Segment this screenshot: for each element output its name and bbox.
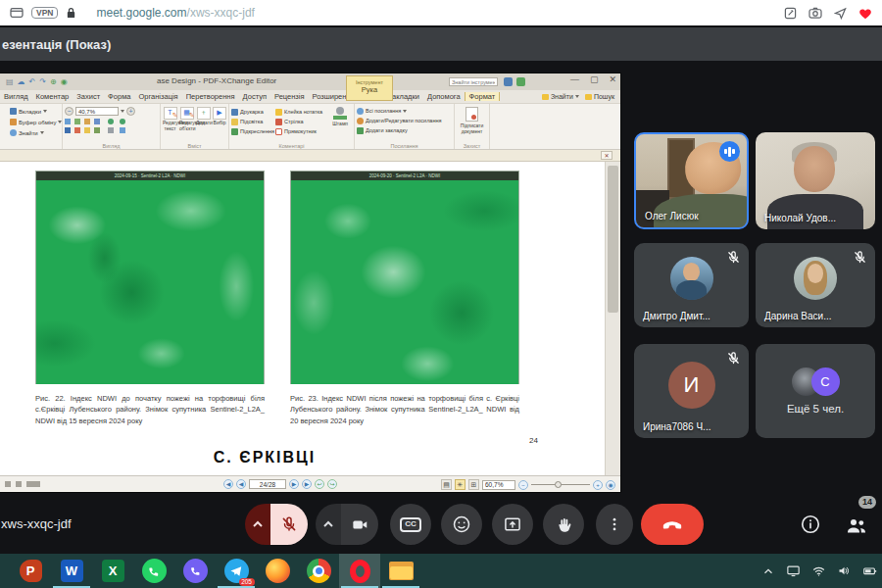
undo-icon[interactable]: ↶ — [29, 78, 36, 86]
menu-item[interactable]: Захист — [73, 92, 104, 101]
tabs-button[interactable]: Вкладки — [10, 106, 60, 117]
participants-button[interactable] — [845, 514, 868, 537]
select-button[interactable]: ▶Вибір — [213, 107, 226, 141]
menu-item[interactable]: Вигляд — [0, 92, 32, 101]
mic-options-chevron[interactable] — [245, 504, 270, 545]
menu-item[interactable]: Доступ — [239, 92, 270, 101]
page-number-input[interactable] — [249, 479, 286, 489]
taskbar-firefox[interactable] — [257, 554, 298, 588]
snapshot-tool-icon[interactable]: ⊞ — [468, 479, 479, 490]
maximize-button[interactable]: ▢ — [590, 74, 599, 84]
edit-text-button[interactable]: T✎Редагувати текст — [163, 107, 177, 141]
camera-button[interactable] — [341, 504, 378, 545]
zoom-slider-knob[interactable] — [555, 481, 562, 488]
add-bookmark-button[interactable]: Додати закладку — [357, 125, 452, 135]
participant-tile-oleg[interactable]: Олег Лисюк — [634, 132, 749, 229]
highlight-button[interactable]: Підсвітка — [231, 117, 272, 126]
stamp-button[interactable]: Штамп — [328, 107, 352, 141]
reactions-button[interactable] — [441, 504, 482, 545]
zoom-slider[interactable] — [531, 479, 590, 490]
participant-tile-dmytro[interactable]: Дмитро Дмит... — [634, 243, 749, 327]
taskbar-excel[interactable]: X — [92, 554, 133, 588]
menu-item[interactable]: Рецензія — [270, 92, 309, 101]
zoom-in-button[interactable]: + — [126, 107, 135, 116]
last-page-button[interactable]: ▶ — [302, 479, 312, 489]
sign-document-button[interactable]: Підписати документ — [457, 107, 487, 134]
tab-icon[interactable] — [10, 7, 24, 19]
find-menu-button[interactable]: Знайти — [542, 93, 579, 100]
scrollbar-thumb[interactable] — [608, 166, 618, 313]
close-button[interactable]: ✕ — [609, 74, 616, 84]
menu-item-format[interactable]: Формат — [465, 92, 501, 101]
present-screen-button[interactable] — [492, 504, 533, 545]
pdf-search-input[interactable] — [449, 77, 498, 86]
tray-volume-icon[interactable] — [837, 564, 852, 578]
tray-chevron-icon[interactable] — [761, 564, 775, 578]
taskbar-viber[interactable] — [174, 554, 216, 588]
view-tools-icons[interactable] — [65, 119, 149, 135]
edit-objects-button[interactable]: ▦✎Редагувати об'єкти — [179, 107, 194, 141]
underline-button[interactable]: Підкреслення — [231, 126, 272, 136]
typewriter-button[interactable]: Друкарка — [231, 107, 272, 117]
page-layout-icon[interactable]: ▤ — [441, 479, 452, 490]
menu-item[interactable]: Коментар — [32, 92, 74, 101]
contextual-tool-tab[interactable]: Інструмент Рука — [346, 75, 393, 101]
participant-tile-daryna[interactable]: Дарина Васи... — [756, 243, 875, 327]
status-icon[interactable] — [16, 481, 22, 487]
redo-icon[interactable]: ↷ — [39, 78, 46, 86]
taskbar-word[interactable]: W — [51, 554, 92, 588]
tray-display-icon[interactable] — [786, 564, 801, 578]
hand-tool-icon[interactable]: ✳ — [455, 479, 466, 490]
participant-tile-iryna[interactable]: И Ирина7086 Ч... — [634, 344, 749, 438]
strip-close-icon[interactable]: ✕ — [601, 151, 612, 160]
prev-page-button[interactable]: ◀ — [236, 479, 246, 489]
fit-page-button[interactable]: ◉ — [606, 480, 615, 490]
zoom-in-button[interactable]: + — [593, 480, 603, 490]
save-icon[interactable]: ▤ — [6, 78, 14, 86]
address-url[interactable]: meet.google.com/xws-xxqc-jdf — [96, 6, 254, 20]
arrow-button[interactable]: Стрілка — [275, 117, 325, 126]
bookmark-heart-icon[interactable] — [858, 7, 872, 20]
share-send-icon[interactable] — [834, 7, 847, 20]
mic-muted-button[interactable] — [270, 504, 308, 545]
taskbar-chrome[interactable] — [298, 554, 339, 588]
status-icon[interactable] — [26, 481, 40, 487]
tray-battery-icon[interactable] — [862, 564, 878, 578]
edit-page-icon[interactable] — [784, 7, 797, 20]
locate-icon[interactable]: ◉ — [61, 78, 68, 86]
all-links-button[interactable]: Всі посилання — [357, 106, 452, 116]
more-participants-tile[interactable]: C Ещё 5 чел. — [756, 344, 875, 438]
participant-tile-nikolay[interactable]: Николай Удов... — [756, 132, 875, 229]
lock-icon[interactable] — [66, 7, 76, 19]
prev-view-button[interactable]: ↩ — [315, 479, 324, 489]
add-button[interactable]: ＋Додати — [196, 107, 211, 141]
menu-item[interactable]: Перетворення — [182, 92, 239, 101]
zoom-in-icon[interactable]: ⊕ — [50, 78, 57, 86]
status-icon[interactable] — [5, 481, 11, 487]
meeting-info-button[interactable] — [800, 514, 821, 535]
titlebar-tool-icon-green[interactable] — [516, 77, 525, 86]
captions-button[interactable]: CC — [390, 504, 431, 545]
more-options-button[interactable] — [596, 504, 633, 545]
rectangle-button[interactable]: Прямокутник — [275, 126, 325, 136]
first-page-button[interactable]: ◀ — [223, 479, 233, 489]
pdf-titlebar[interactable]: ▤ ☁ ↶ ↷ ⊕ ◉ — [0, 74, 620, 90]
zoom-level-input[interactable] — [75, 107, 119, 116]
tray-wifi-icon[interactable] — [811, 564, 826, 578]
pdf-document-page[interactable]: 2024-09-15 · Sentinel-2 L2A · NDWI 2024-… — [0, 162, 620, 475]
menu-item[interactable]: Допомога — [423, 92, 465, 101]
menu-item[interactable]: Організація — [134, 92, 181, 101]
find-button[interactable]: Знайти — [10, 127, 60, 138]
zoom-out-button[interactable]: − — [65, 107, 74, 116]
taskbar-telegram[interactable]: 205 — [216, 554, 257, 588]
taskbar-opera-active[interactable] — [339, 554, 380, 588]
taskbar-powerpoint[interactable]: P — [10, 554, 51, 588]
cloud-icon[interactable]: ☁ — [18, 78, 25, 86]
search-menu-button[interactable]: Пошук — [585, 93, 614, 100]
clipboard-button[interactable]: Буфер обміну — [10, 117, 60, 127]
taskbar-whatsapp[interactable] — [133, 554, 174, 588]
sticky-note-button[interactable]: Клейка нотатка — [275, 107, 325, 117]
next-page-button[interactable]: ▶ — [289, 479, 299, 489]
vertical-scrollbar[interactable] — [605, 162, 620, 475]
taskbar-file-explorer[interactable] — [380, 554, 421, 588]
